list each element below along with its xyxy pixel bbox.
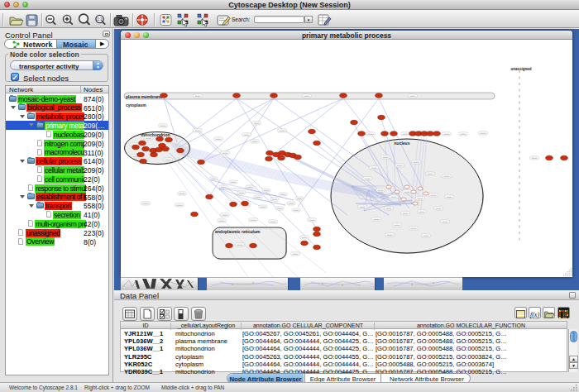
- svg-text:endoplasmic reticulum: endoplasmic reticulum: [215, 229, 261, 234]
- svg-text:cytoplasm: cytoplasm: [126, 103, 146, 108]
- svg-text:f(x): f(x): [529, 311, 538, 318]
- svg-text:nucleus: nucleus: [395, 141, 410, 146]
- svg-text:unassigned: unassigned: [510, 67, 531, 71]
- svg-text:plasma membrane: plasma membrane: [126, 94, 162, 99]
- svg-text:1:1: 1:1: [97, 17, 103, 22]
